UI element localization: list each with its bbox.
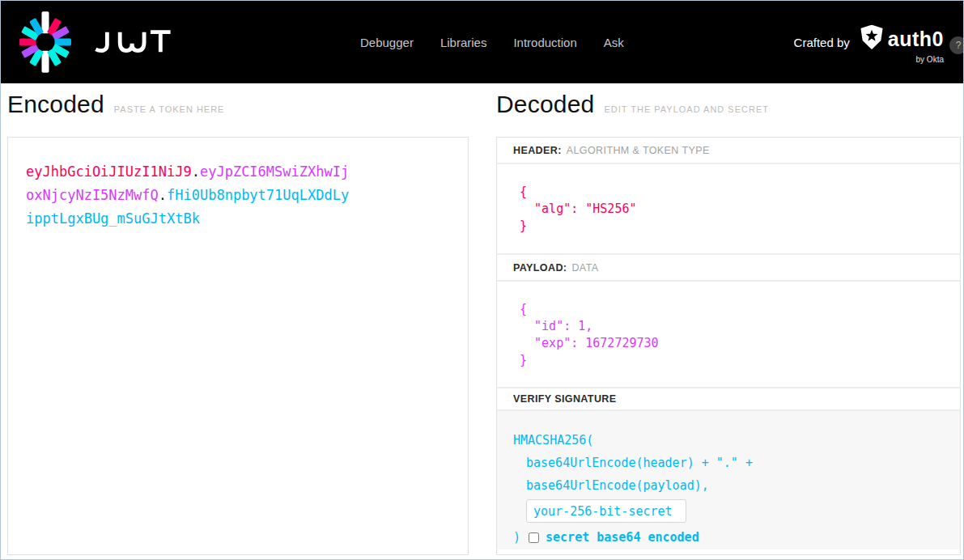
main-nav: Debugger Libraries Introduction Ask xyxy=(360,1,624,83)
header-json-section: { "alg": "HS256" } xyxy=(497,164,960,255)
secret-input[interactable] xyxy=(526,499,686,523)
crafted-by-block: Crafted by auth0 by Okta xyxy=(794,1,944,83)
encoded-heading: EncodedPASTE A TOKEN HERE xyxy=(7,91,224,118)
header-sublabel: ALGORITHM & TOKEN TYPE xyxy=(567,145,710,156)
nav-item-libraries[interactable]: Libraries xyxy=(440,36,487,49)
signature-code-line-2: base64UrlEncode(header) + "." + xyxy=(513,452,960,474)
secret-base64-row: ) secret base64 encoded xyxy=(513,530,960,545)
signature-code-line-1: HMACSHA256( xyxy=(513,429,960,452)
jwt-logo[interactable] xyxy=(12,6,174,78)
signature-code-line-3: base64UrlEncode(payload), xyxy=(513,474,960,497)
payload-label: PAYLOAD: xyxy=(513,262,567,274)
payload-json-editor[interactable]: { "id": 1, "exp": 1672729730 } xyxy=(497,282,960,369)
auth0-logo-link[interactable]: auth0 by Okta xyxy=(860,25,944,59)
token-separator-dot: . xyxy=(159,187,167,203)
verify-signature-label-row: VERIFY SIGNATURE xyxy=(497,388,960,411)
by-okta-label: by Okta xyxy=(916,55,944,64)
help-button[interactable]: ? xyxy=(949,36,964,54)
jwt-wordmark-icon xyxy=(91,29,174,55)
header-section-label-row: HEADER: ALGORITHM & TOKEN TYPE xyxy=(497,138,960,164)
nav-item-debugger[interactable]: Debugger xyxy=(360,36,414,49)
signature-close-paren: ) xyxy=(513,531,520,544)
payload-section-label-row: PAYLOAD: DATA xyxy=(497,255,960,282)
auth0-wordmark: auth0 xyxy=(888,28,944,51)
header-json-editor[interactable]: { "alg": "HS256" } xyxy=(497,164,960,235)
encoded-token-panel: eyJhbGciOiJIUzI1NiJ9.eyJpZCI6MSwiZXhwIjo… xyxy=(7,137,469,555)
verify-signature-label: VERIFY SIGNATURE xyxy=(513,393,616,405)
verify-signature-section: HMACSHA256( base64UrlEncode(header) + ".… xyxy=(497,411,960,549)
encoded-title: Encoded xyxy=(7,91,104,117)
decoded-title: Decoded xyxy=(496,91,595,117)
payload-sublabel: DATA xyxy=(571,262,598,274)
auth0-shield-icon xyxy=(860,25,884,53)
header-label: HEADER: xyxy=(513,145,562,156)
jwt-pinwheel-icon xyxy=(12,6,79,78)
decoded-subtitle: EDIT THE PAYLOAD AND SECRET xyxy=(605,104,769,114)
nav-item-introduction[interactable]: Introduction xyxy=(513,36,576,49)
jwt-debugger-page: Debugger Libraries Introduction Ask Craf… xyxy=(0,0,964,560)
encoded-token-editor[interactable]: eyJhbGciOiJIUzI1NiJ9.eyJpZCI6MSwiZXhwIjo… xyxy=(26,160,353,231)
payload-json-section: { "id": 1, "exp": 1672729730 } xyxy=(497,282,960,388)
decoded-panel: HEADER: ALGORITHM & TOKEN TYPE { "alg": … xyxy=(496,137,961,555)
secret-base64-checkbox[interactable] xyxy=(529,532,539,543)
crafted-by-label: Crafted by xyxy=(794,36,850,49)
token-separator-dot: . xyxy=(192,163,200,180)
question-mark-icon: ? xyxy=(956,40,962,51)
encoded-subtitle: PASTE A TOKEN HERE xyxy=(114,104,225,114)
decoded-heading: DecodedEDIT THE PAYLOAD AND SECRET xyxy=(496,91,769,118)
secret-base64-label[interactable]: secret base64 encoded xyxy=(546,530,699,545)
top-navigation-bar: Debugger Libraries Introduction Ask Craf… xyxy=(1,1,963,83)
token-header-part: eyJhbGciOiJIUzI1NiJ9 xyxy=(26,163,192,180)
nav-item-ask[interactable]: Ask xyxy=(604,36,624,49)
